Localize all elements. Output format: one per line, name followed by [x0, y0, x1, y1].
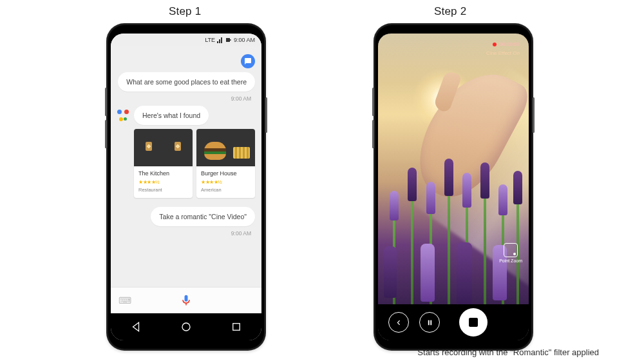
camera-back-button[interactable] [388, 312, 409, 333]
assistant-reply: Here's what I found [134, 106, 209, 125]
timestamp-2: 9:00 AM [121, 230, 251, 237]
power-button[interactable] [533, 97, 535, 133]
step1-label: Step 1 [169, 5, 201, 18]
stop-button[interactable] [459, 308, 488, 337]
vol-up[interactable] [105, 88, 107, 116]
carrier-label: LTE [205, 37, 215, 43]
svg-rect-5 [430, 320, 431, 325]
svg-point-2 [182, 323, 190, 331]
keyboard-icon[interactable]: ⌨ [118, 295, 131, 306]
nav-back-icon[interactable] [130, 321, 142, 333]
assistant-chat[interactable]: What are some good places to eat there 9… [111, 46, 261, 288]
result-card-0[interactable]: The Kitchen ★★★★½ Restaurant [134, 129, 193, 198]
record-time: 00:00:02 [500, 41, 520, 47]
result-card-1[interactable]: Burger House ★★★★½ American [196, 129, 255, 198]
point-zoom-icon [504, 243, 518, 257]
card-thumb-restaurant [134, 129, 193, 166]
messages-icon[interactable] [241, 54, 255, 68]
nav-recent-icon[interactable] [231, 321, 242, 333]
step2-label: Step 2 [434, 5, 466, 18]
card-rating: ★★★★½ [138, 179, 188, 185]
assistant-logo-icon [117, 110, 129, 121]
svg-rect-3 [233, 324, 240, 331]
point-zoom-button[interactable]: Point Zoom [499, 243, 522, 263]
card-rating: ★★★★½ [201, 179, 251, 185]
battery-icon [225, 37, 232, 43]
vol-up[interactable] [372, 88, 374, 116]
recording-indicator: 00:00:02 [493, 41, 520, 47]
point-zoom-label: Point Zoom [499, 259, 522, 263]
record-dot-icon [493, 43, 497, 46]
vol-down[interactable] [105, 120, 107, 148]
signal-icon [217, 37, 223, 43]
card-category: Restaurant [138, 187, 188, 193]
status-bar: LTE 9:00 AM [111, 34, 261, 46]
phone-camera: 00:00:02 Cine Effect On Point Zoom [374, 23, 533, 351]
vol-down[interactable] [372, 120, 374, 148]
pause-button[interactable] [419, 312, 440, 333]
svg-rect-1 [230, 39, 231, 41]
user-message-1: What are some good places to eat there [118, 72, 255, 92]
card-title: The Kitchen [138, 170, 188, 177]
user-message-2: Take a romantic "Cine Video" [151, 207, 255, 226]
cine-effect-label: Cine Effect On [486, 50, 520, 56]
card-category: American [201, 187, 251, 193]
power-button[interactable] [265, 97, 267, 133]
camera-controls [378, 304, 529, 340]
timestamp-1: 9:00 AM [121, 95, 251, 102]
phone-assistant: LTE 9:00 AM What are some good places to… [106, 23, 266, 351]
mic-icon[interactable] [180, 294, 193, 307]
android-nav [111, 313, 261, 340]
svg-rect-0 [226, 38, 230, 42]
nav-home-icon[interactable] [180, 321, 192, 333]
camera-viewport[interactable]: 00:00:02 Cine Effect On Point Zoom [378, 34, 529, 304]
clock: 9:00 AM [234, 37, 255, 43]
card-title: Burger House [201, 170, 251, 177]
svg-rect-4 [428, 320, 429, 325]
input-bar[interactable]: ⌨ [111, 287, 261, 313]
card-thumb-burger [196, 129, 255, 166]
